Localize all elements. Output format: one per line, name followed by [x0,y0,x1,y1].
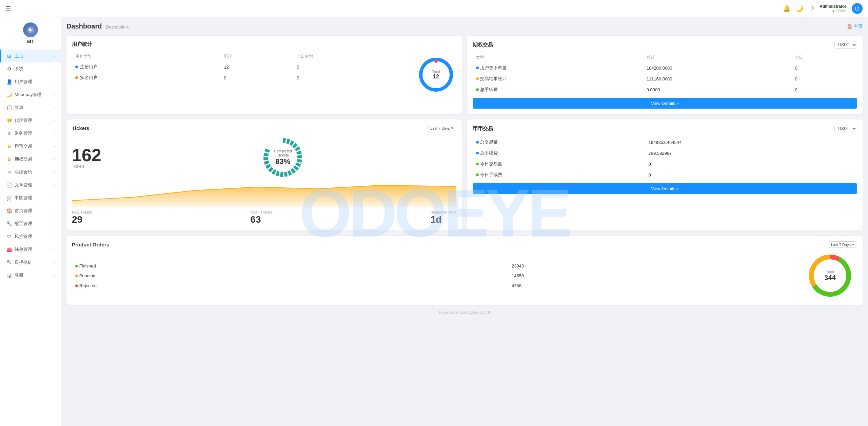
logo-svg [26,26,35,34]
coin-currency-select[interactable]: USDT [834,125,857,132]
support-menu-label: 客服 [15,272,23,278]
agent-menu-label: 代理管理 [15,117,32,124]
completed-tickets-donut: Completed Tickets 83% [261,135,305,180]
finished-value: 23043 [509,261,797,271]
sidebar-item-futures[interactable]: B 期权交易 ‹ [0,153,61,166]
real-user-type: 实名用户 [73,73,220,83]
coin-card-header: 币币交易 USDT [473,125,857,132]
table-row: 实名用户 0 0 [73,73,410,83]
sidebar-item-home[interactable]: ⊞ 主页 ‹ [0,50,61,62]
mining-menu-icon: ⛏ [6,260,12,265]
moonpay-menu-label: Moonpay管理 [15,92,41,98]
power-button[interactable] [852,3,863,14]
sidebar-item-ipo[interactable]: 🛒 申购管理 ‹ [0,191,61,204]
finance-menu-icon: $ [6,131,12,136]
sidebar-item-system[interactable]: ⚙ 系统 ‹ [0,62,61,75]
table-row: 总交易量 1949353.464544 [473,137,856,147]
table-row: 用户总下单量 184200.0000 0 [473,63,856,73]
sidebar-item-config[interactable]: 🔧 配置管理 ‹ [0,217,61,230]
table-row: Rejected 4758 [73,281,797,290]
registered-dot [75,66,78,68]
futures-card-header: 期权交易 USDT [473,41,857,49]
homepage-menu-label: 首页管理 [15,208,32,214]
moon2-icon[interactable]: ☽ [809,5,814,12]
coin-trade-menu-label: 币币交易 [15,143,32,149]
table-row: 总手续费 0.0000 0 [473,85,856,95]
coin-view-details-button[interactable]: View Details » [473,183,857,194]
sidebar-menu: ⊞ 主页 ‹ ⚙ 系统 ‹ 👤 用户管理 ‹ [0,50,61,282]
open-tickets-stat: Open Tickets 63 [250,210,272,225]
sidebar-item-agent[interactable]: 🤝 代理管理 ‹ [0,114,61,127]
logo-text: BIT [26,39,34,44]
tickets-filter-button[interactable]: Last 7 Days ▾ [427,125,456,131]
futures-currency-select[interactable]: USDT [834,41,857,49]
sidebar-item-support[interactable]: 📊 客服 ‹ [0,269,61,282]
footer-text: Powered by Dcat Admin v1.7.8 [439,310,490,314]
articles-menu-icon: 📄 [6,182,12,188]
sidebar-item-articles[interactable]: 📄 文章管理 ‹ [0,179,61,191]
cards-grid: 用户统计 用户类型 累计 今日新增 [66,36,863,305]
config-menu-icon: 🔧 [6,221,12,226]
sidebar-item-risk[interactable]: 🛡 风控管理 ‹ [0,230,61,243]
ipo-menu-icon: 🛒 [6,195,12,201]
new-tickets-label: New Tickets [72,210,92,214]
coin-row4-dot [476,173,479,176]
perpetual-menu-icon: ∞ [6,169,12,175]
coin-trading-table: 总交易量 1949353.464544 总手续费 799.582987 [473,136,857,181]
user-status: ● Online [832,9,847,13]
table-row: 注册用户 12 0 [73,62,410,72]
futures-row3-today: 0 [792,85,856,95]
real-dot [75,76,78,79]
user-donut-label: Total [432,70,440,74]
moon-icon[interactable]: 🌙 [796,5,803,12]
product-orders-donut-wrapper: Total 344 [803,252,857,299]
futures-today-col: 今日 [792,53,856,62]
bell-icon[interactable]: 🔔 [783,5,790,12]
product-orders-list: Finished 23043 Pending 14658 [72,261,797,291]
topbar-right: 🔔 🌙 ☽ Administrator ● Online [783,3,863,14]
hamburger-icon[interactable]: ☰ [5,5,11,12]
futures-view-details-button[interactable]: View Details » [473,98,857,109]
new-tickets-stat: New Tickets 29 [72,210,92,225]
tickets-card: Tickets Last 7 Days ▾ 162 Tickets [66,119,462,230]
open-tickets-label: Open Tickets [250,210,272,214]
sidebar-item-orders[interactable]: 📋 限单 ‹ [0,101,61,114]
orders-menu-label: 限单 [15,105,23,111]
home-menu-label: 主页 [15,53,23,59]
completed-tickets-label: Completed Tickets [272,149,294,157]
real-total: 0 [221,73,293,83]
homepage-chevron: ‹ [54,209,55,213]
sidebar-item-perpetual[interactable]: ∞ 永续合约 ‹ [0,166,61,179]
new-tickets-value: 29 [72,214,92,225]
sidebar-item-coin-trade[interactable]: B 币币交易 ‹ [0,140,61,153]
futures-row3-total: 0.0000 [644,85,792,95]
tickets-filter-label: Last 7 Days [430,126,450,130]
system-menu-label: 系统 [15,66,23,72]
sidebar-item-user-mgmt[interactable]: 👤 用户管理 ‹ [0,75,61,88]
home-breadcrumb-link[interactable]: 🏠 主页 [847,23,863,30]
user-stats-donut: Total 12 [416,54,456,95]
sidebar-item-finance[interactable]: $ 财务管理 ‹ [0,127,61,140]
topbar: ☰ 🔔 🌙 ☽ Administrator ● Online [0,0,868,17]
home-menu-icon: ⊞ [6,53,12,59]
futures-trading-card: 期权交易 USDT 类型 总计 今日 [467,36,863,114]
table-row: 今日交易量 0 [473,159,856,169]
coin-row2-total: 799.582987 [646,148,856,158]
product-orders-filter-button[interactable]: Last 7 Days ▾ [828,241,857,248]
sidebar-item-homepage[interactable]: 🏠 首页管理 ‹ [0,204,61,217]
user-donut-value: 12 [432,74,440,80]
support-menu-icon: 📊 [6,273,12,278]
futures-row3-dot [476,88,479,91]
futures-row2-today: 0 [792,74,856,84]
page-title: Dashboard [66,22,102,30]
home-breadcrumb-label: 主页 [854,24,863,29]
sidebar-item-mining[interactable]: ⛏ 质押挖矿 ‹ [0,256,61,269]
tickets-area-chart [72,184,456,207]
sidebar-item-wallet[interactable]: 👛 钱包管理 ‹ [0,243,61,256]
tickets-numbers: 162 Tickets [72,146,101,169]
wallet-menu-icon: 👛 [6,247,12,252]
tickets-title: Tickets [72,125,89,131]
sidebar-item-moonpay[interactable]: 🌙 Moonpay管理 ‹ [0,88,61,101]
orders-chevron: ‹ [54,106,55,110]
mining-menu-label: 质押挖矿 [15,259,32,265]
